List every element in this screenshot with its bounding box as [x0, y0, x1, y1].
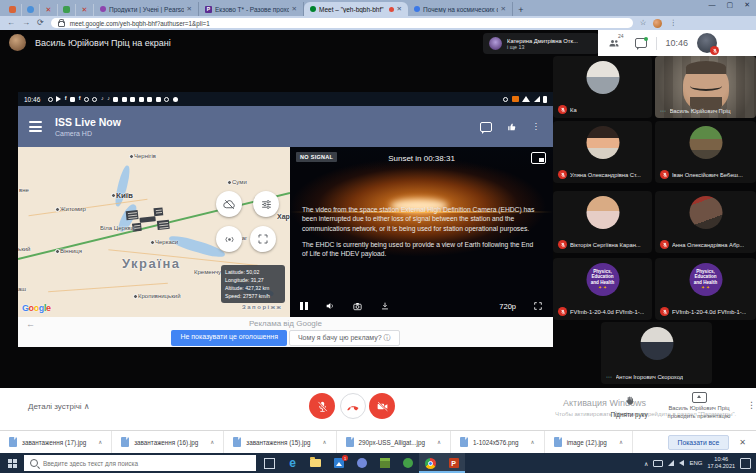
participant-tile[interactable]: Анна Олександрівна Абр...: [655, 191, 756, 253]
raise-hand-button[interactable]: Підняти руку: [604, 392, 654, 418]
language-indicator[interactable]: ENG: [689, 460, 702, 466]
start-button[interactable]: [0, 453, 24, 473]
maximize-button[interactable]: ▢: [727, 1, 734, 9]
browser-tab[interactable]: Meet – "yeh-bqbh-bhf"✕: [304, 2, 408, 16]
photos-icon[interactable]: 1: [327, 453, 350, 473]
participant-tile[interactable]: Уляна Олександрівна Ст...: [553, 121, 652, 183]
tile-menu-icon[interactable]: ⋯: [660, 107, 667, 114]
network-tray-icon[interactable]: [668, 460, 674, 466]
favicon-orange-app[interactable]: [4, 4, 22, 16]
close-button[interactable]: ✕: [744, 1, 750, 9]
camera-off-button[interactable]: [369, 393, 395, 419]
app-overflow-menu-icon[interactable]: ⋮: [532, 122, 541, 131]
download-icon[interactable]: [380, 301, 390, 311]
iss-video-feed[interactable]: NO SIGNAL Sunset in 00:38:31 The video f…: [290, 147, 553, 317]
show-all-downloads-button[interactable]: Показати все: [668, 435, 730, 450]
powerpoint-icon[interactable]: P: [442, 453, 465, 473]
download-chip[interactable]: image (12).jpg∧: [545, 431, 633, 453]
download-chip-caret-icon[interactable]: ∧: [322, 439, 326, 445]
participants-button[interactable]: 24: [608, 37, 626, 49]
mic-off-button[interactable]: [309, 393, 335, 419]
browser-toolbar: ← → ⟳ meet.google.com/yeh-bqbh-bhf?authu…: [0, 16, 756, 30]
address-bar[interactable]: meet.google.com/yeh-bqbh-bhf?authuser=1&…: [51, 18, 633, 28]
participant-tile[interactable]: ⋯Антон Ігорович Скороход: [601, 322, 712, 384]
edge-icon[interactable]: e: [281, 453, 304, 473]
more-options-button[interactable]: ⋮: [747, 400, 756, 410]
download-chip-caret-icon[interactable]: ∧: [210, 439, 214, 445]
bookmark-star-icon[interactable]: ☆: [640, 19, 647, 27]
favicon-red-x[interactable]: ✕: [76, 4, 94, 16]
download-chip[interactable]: завантаження (16).jpg∧: [112, 431, 224, 453]
participant-tile[interactable]: Physics,Educationand Health✦ ✦FVfmb-1-20…: [553, 258, 652, 320]
iss-map[interactable]: ЧернігівСумиКиївЖитомирБіла ЦеркваЧеркас…: [18, 147, 290, 317]
favicon-red-x[interactable]: ✕: [40, 4, 58, 16]
task-view-icon[interactable]: [258, 453, 281, 473]
pause-button[interactable]: [300, 302, 308, 310]
back-button[interactable]: ←: [7, 19, 15, 27]
profile-avatar[interactable]: [653, 19, 662, 28]
download-chip[interactable]: 290px-USS_Alligat...jpg∧: [337, 431, 452, 453]
participant-tile[interactable]: Іван Олексійович Бебеш...: [655, 121, 756, 183]
tray-chevron-icon[interactable]: ∧: [644, 460, 648, 467]
tile-menu-icon[interactable]: ⋯: [606, 373, 613, 380]
tab-close-icon[interactable]: ✕: [292, 5, 297, 13]
green-app-icon[interactable]: [396, 453, 419, 473]
browser-tab[interactable]: PЕкзово Т* - Разове проходж...✕: [199, 2, 304, 16]
participant-video-tile[interactable]: ⋯Василь Юрійович Пріц: [655, 56, 756, 118]
forward-button[interactable]: →: [22, 19, 30, 27]
download-chip-caret-icon[interactable]: ∧: [437, 439, 441, 445]
self-view-avatar[interactable]: [697, 33, 717, 53]
participant-tile[interactable]: Вікторія Сергіївна Каран...: [553, 191, 652, 253]
favicon-telegram[interactable]: [22, 4, 40, 16]
picture-in-picture-icon[interactable]: [531, 152, 546, 164]
participant-tile[interactable]: Physics,Educationand Health✦ ✦FVfmb-1-20…: [655, 258, 756, 320]
thumbs-up-icon[interactable]: [507, 122, 517, 132]
download-chip[interactable]: завантаження (17).jpg∧: [0, 431, 112, 453]
browser-tab[interactable]: Почему на космических фотог...✕: [408, 2, 513, 16]
hide-clouds-button[interactable]: [216, 191, 242, 217]
participant-tile[interactable]: Ка: [553, 56, 652, 118]
chat-button[interactable]: [635, 38, 647, 48]
taskbar-search[interactable]: [24, 455, 256, 471]
download-chip[interactable]: 1-1024x576.png∧: [451, 431, 545, 453]
map-settings-button[interactable]: [253, 191, 279, 217]
download-chip[interactable]: завантаження (15).jpg∧: [224, 431, 336, 453]
ad-dismiss-button[interactable]: Не показувати це оголошення: [171, 330, 287, 346]
map-fullscreen-button[interactable]: [250, 226, 276, 252]
screenshot-camera-icon[interactable]: [352, 301, 363, 312]
download-chip-caret-icon[interactable]: ∧: [98, 439, 102, 445]
download-chip-caret-icon[interactable]: ∧: [531, 439, 535, 445]
discord-icon[interactable]: [350, 453, 373, 473]
action-center-icon[interactable]: [740, 458, 751, 469]
file-explorer-icon: [310, 459, 321, 467]
taskbar-clock[interactable]: 10:46 17.04.2021: [707, 456, 735, 470]
download-chip-caret-icon[interactable]: ∧: [619, 439, 623, 445]
search-input[interactable]: [43, 460, 250, 467]
battery-tray-icon[interactable]: [653, 460, 663, 467]
reload-button[interactable]: ⟳: [37, 19, 44, 27]
meeting-details-button[interactable]: Деталі зустрічі ∧: [28, 402, 90, 411]
close-downloads-bar-icon[interactable]: ✕: [739, 438, 746, 447]
tab-close-icon[interactable]: ✕: [501, 5, 506, 13]
viewers-pill[interactable]: Катерина Дмитрівна Отк... і ще 13: [483, 33, 599, 54]
new-tab-button[interactable]: +: [513, 3, 529, 16]
volume-tray-icon[interactable]: [679, 460, 684, 466]
video-fullscreen-icon[interactable]: [533, 301, 543, 311]
browser-menu-icon[interactable]: ⋮: [669, 19, 677, 27]
tab-close-icon[interactable]: ✕: [397, 5, 402, 13]
hamburger-menu-icon[interactable]: [29, 121, 42, 132]
favicon-green-app[interactable]: [58, 4, 76, 16]
feedback-chat-icon[interactable]: [480, 122, 492, 132]
minecraft-icon[interactable]: [373, 453, 396, 473]
tab-close-icon[interactable]: ✕: [187, 5, 192, 13]
chrome-icon[interactable]: [419, 453, 442, 473]
file-explorer-icon[interactable]: [304, 453, 327, 473]
browser-tab[interactable]: Продукти | Учені | Pearson En...✕: [94, 2, 199, 16]
iss-telemetry-box: Latitude: 50,02Longitude: 31,27Altitude:…: [221, 265, 285, 303]
ad-why-button[interactable]: Чому я бачу цю рекламу? ⓘ: [289, 330, 400, 346]
follow-iss-button[interactable]: [216, 226, 242, 252]
volume-icon[interactable]: [325, 301, 335, 311]
hang-up-button[interactable]: [340, 393, 366, 419]
minimize-button[interactable]: —: [709, 1, 716, 9]
quality-selector[interactable]: 720p: [499, 302, 516, 311]
